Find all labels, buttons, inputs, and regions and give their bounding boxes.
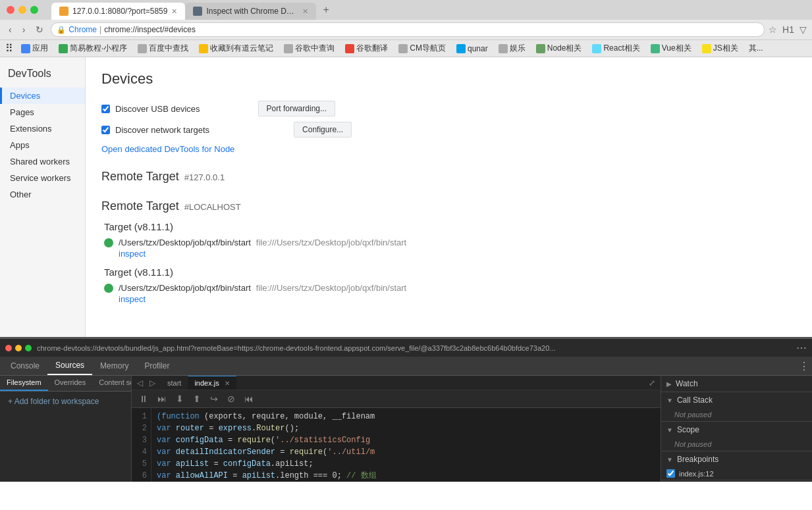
tab-active[interactable]: 127.0.0.1:8080/?port=5859 ✕ — [51, 3, 185, 20]
main-area: DevTools Devices Pages Extensions Apps S… — [0, 57, 812, 337]
sidebar-item-pages[interactable]: Pages — [0, 104, 85, 120]
tab-inactive-label: Inspect with Chrome Develope... — [206, 7, 298, 16]
scope-label: Scope — [677, 425, 699, 434]
devtools-menu-icon[interactable]: ⋯ — [796, 342, 807, 354]
devtools-tabs: Console Sources Memory Profiler ⋮ — [0, 357, 812, 376]
devtools-tab-memory[interactable]: Memory — [92, 357, 136, 374]
devtools-tab-profiler[interactable]: Profiler — [136, 357, 177, 374]
call-stack-label: Call Stack — [677, 395, 713, 405]
bookmark-icon-vue — [651, 44, 660, 53]
forward-button[interactable]: › — [19, 23, 29, 36]
bookmark-vue[interactable]: Vue相关 — [648, 41, 694, 55]
debug-stop-btn[interactable]: ⏮ — [241, 392, 257, 406]
devtools-url: chrome-devtools://devtools/bundled/js_ap… — [37, 344, 796, 352]
code-tabs: ◁ ▷ start index.js ✕ ⤢ — [132, 376, 661, 390]
sidebar-item-service-workers[interactable]: Service workers — [0, 170, 85, 186]
debug-pause-btn[interactable]: ⏸ — [136, 392, 151, 406]
target-1-file: file:///Users/tzx/Desktop/job/qxf/bin/st… — [256, 238, 406, 247]
bookmark-icon-baidu — [138, 44, 147, 53]
bookmark-react[interactable]: React相关 — [589, 41, 642, 55]
bookmark-shoucang[interactable]: 收藏到有道云笔记 — [196, 41, 276, 55]
target-1-title: Target (v8.11.1) — [104, 221, 796, 232]
bookmark-baidu[interactable]: 百度中查找 — [135, 41, 191, 55]
breakpoints-header[interactable]: ▼ Breakpoints — [661, 451, 812, 467]
bookmark-cm[interactable]: CM导航页 — [396, 41, 448, 55]
code-tab-start[interactable]: start — [161, 376, 188, 390]
configure-button[interactable]: Configure... — [294, 122, 352, 138]
bookmark-translate[interactable]: 谷歌翻译 — [342, 41, 391, 55]
sidebar-item-other[interactable]: Other — [0, 186, 85, 203]
extension-icon-1[interactable]: H1 — [782, 24, 794, 35]
remote-target-2-header: Remote Target #LOCALHOST — [101, 199, 796, 213]
debug-step-out-btn[interactable]: ⬆ — [190, 392, 204, 406]
devtools-file-panel: Filesystem Overrides Content scripts Sni… — [0, 376, 132, 482]
bookmark-icon-translate — [345, 44, 354, 53]
bookmark-node[interactable]: Node相关 — [533, 41, 585, 55]
bookmark-more[interactable]: 其... — [746, 41, 766, 55]
address-actions: ☆ H1 ▽ — [769, 24, 807, 35]
breakpoints-label: Breakpoints — [677, 455, 718, 464]
port-forwarding-button[interactable]: Port forwarding... — [258, 101, 335, 116]
maximize-button[interactable] — [30, 6, 38, 14]
code-tab-index[interactable]: index.js ✕ — [188, 376, 236, 390]
tab-close-button[interactable]: ✕ — [171, 7, 177, 16]
browser-chrome: 127.0.0.1:8080/?port=5859 ✕ Inspect with… — [0, 0, 812, 57]
breakpoint-checkbox[interactable] — [666, 469, 675, 478]
minimize-button[interactable] — [18, 6, 26, 14]
devtools-minimize[interactable] — [15, 345, 22, 351]
scope-header[interactable]: ▼ Scope — [661, 422, 812, 438]
add-folder-button[interactable]: + Add folder to workspace — [0, 392, 131, 411]
debug-step-over-btn[interactable]: ⏭ — [154, 392, 170, 406]
bookmark-icon-js — [702, 44, 711, 53]
tab-inactive[interactable]: Inspect with Chrome Develope... ✕ — [185, 3, 316, 20]
bookmark-star-icon[interactable]: ☆ — [769, 24, 777, 35]
breakpoints-arrow-icon: ▼ — [666, 456, 673, 463]
tab-inactive-close[interactable]: ✕ — [302, 7, 308, 16]
bookmark-yule[interactable]: 娱乐 — [496, 41, 528, 55]
target-2-inspect-link[interactable]: inspect — [119, 294, 796, 304]
sidebar-item-shared-workers[interactable]: Shared workers — [0, 153, 85, 170]
code-tab-actions: ⤢ — [646, 377, 658, 389]
sidebar-item-devices[interactable]: Devices — [0, 88, 85, 104]
sidebar-item-extensions[interactable]: Extensions — [0, 120, 85, 137]
file-tab-content-scripts[interactable]: Content scripts — [92, 376, 131, 391]
target-2-file: file:///Users/tzx/Desktop/job/qxf/bin/st… — [256, 283, 406, 293]
devtools-tab-sources[interactable]: Sources — [47, 357, 92, 375]
code-nav-back[interactable]: ◁ — [134, 377, 146, 389]
devtools-close[interactable] — [5, 345, 12, 351]
extension-icon-2[interactable]: ▽ — [799, 24, 807, 35]
address-input[interactable]: 🔒 Chrome | chrome://inspect/#devices — [51, 22, 765, 37]
sidebar-item-apps[interactable]: Apps — [0, 137, 85, 153]
open-devtools-link[interactable]: Open dedicated DevTools for Node — [101, 144, 796, 154]
devtools-tabs-more-icon[interactable]: ⋮ — [799, 360, 809, 372]
devtools-tab-console[interactable]: Console — [3, 357, 47, 374]
bookmark-js[interactable]: JS相关 — [699, 41, 741, 55]
devtools-maximize[interactable] — [25, 345, 32, 351]
code-nav-forward[interactable]: ▷ — [147, 377, 158, 389]
bookmark-google-search[interactable]: 谷歌中查询 — [281, 41, 337, 55]
target-1-inspect-link[interactable]: inspect — [119, 249, 796, 259]
discover-usb-checkbox[interactable] — [101, 105, 110, 113]
bookmark-apps[interactable]: 应用 — [18, 41, 51, 55]
debug-toolbar: ⏸ ⏭ ⬇ ⬆ ↪ ⊘ ⏮ — [132, 390, 661, 408]
discover-network-checkbox[interactable] — [101, 126, 110, 134]
debug-step-into-btn[interactable]: ⬇ — [173, 392, 187, 406]
bookmark-icon-apps — [21, 44, 30, 53]
new-tab-button[interactable]: + — [316, 0, 335, 20]
watch-section-header[interactable]: ▶ Watch — [661, 376, 812, 392]
debug-deactivate-btn[interactable]: ⊘ — [224, 392, 238, 406]
bookmark-qunar[interactable]: qunar — [454, 43, 491, 55]
file-tab-overrides[interactable]: Overrides — [48, 376, 93, 391]
back-button[interactable]: ‹ — [5, 23, 15, 36]
code-expand-icon[interactable]: ⤢ — [646, 377, 658, 389]
refresh-button[interactable]: ↻ — [32, 23, 47, 36]
call-stack-header[interactable]: ▼ Call Stack — [661, 392, 812, 408]
target-item-1: Target (v8.11.1) /Users/tzx/Desktop/job/… — [101, 221, 796, 259]
file-tab-filesystem[interactable]: Filesystem — [0, 376, 48, 391]
bookmark-jiaocheng[interactable]: 简易教程·小程序 — [56, 41, 130, 55]
target-1-row: /Users/tzx/Desktop/job/qxf/bin/start fil… — [104, 238, 796, 247]
debug-step-btn[interactable]: ↪ — [207, 392, 221, 406]
code-tab-close-icon[interactable]: ✕ — [225, 380, 230, 387]
close-button[interactable] — [7, 6, 14, 14]
breakpoint-item: index.js:12 — [679, 470, 714, 478]
